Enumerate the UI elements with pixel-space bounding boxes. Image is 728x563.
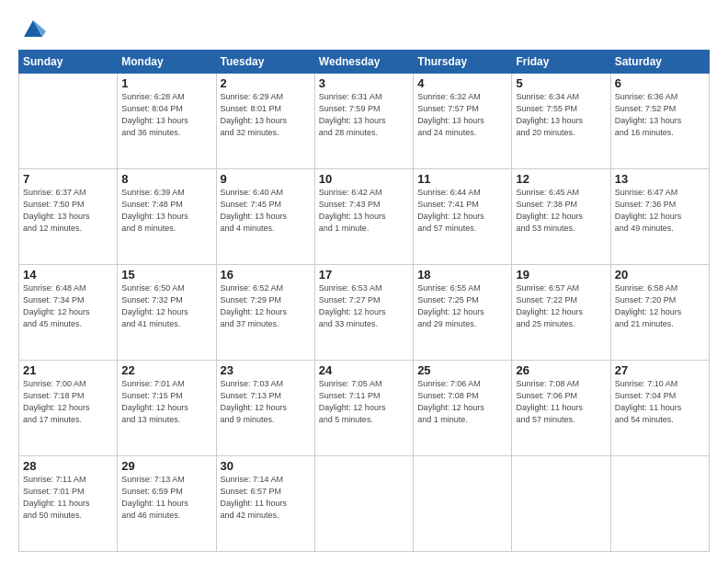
day-number: 20 <box>615 268 705 282</box>
day-number: 5 <box>516 76 606 90</box>
calendar-cell <box>512 456 610 552</box>
header <box>18 15 710 40</box>
day-number: 1 <box>121 76 211 90</box>
calendar-cell: 14Sunrise: 6:48 AM Sunset: 7:34 PM Dayli… <box>19 265 118 361</box>
calendar-cell: 11Sunrise: 6:44 AM Sunset: 7:41 PM Dayli… <box>414 169 512 265</box>
calendar-cell: 29Sunrise: 7:13 AM Sunset: 6:59 PM Dayli… <box>118 456 216 552</box>
day-number: 15 <box>121 268 211 282</box>
calendar-cell: 6Sunrise: 6:36 AM Sunset: 7:52 PM Daylig… <box>610 74 709 169</box>
calendar-table: SundayMondayTuesdayWednesdayThursdayFrid… <box>18 50 710 552</box>
calendar-cell: 23Sunrise: 7:03 AM Sunset: 7:13 PM Dayli… <box>216 361 314 456</box>
calendar-cell: 13Sunrise: 6:47 AM Sunset: 7:36 PM Dayli… <box>610 169 709 265</box>
day-info: Sunrise: 6:28 AM Sunset: 8:04 PM Dayligh… <box>121 91 211 139</box>
calendar-cell: 7Sunrise: 6:37 AM Sunset: 7:50 PM Daylig… <box>19 169 118 265</box>
day-info: Sunrise: 7:06 AM Sunset: 7:08 PM Dayligh… <box>417 378 507 426</box>
day-number: 23 <box>221 363 311 377</box>
day-info: Sunrise: 7:13 AM Sunset: 6:59 PM Dayligh… <box>121 474 211 522</box>
weekday-header-friday: Friday <box>512 51 610 74</box>
day-info: Sunrise: 6:32 AM Sunset: 7:57 PM Dayligh… <box>417 91 507 139</box>
day-info: Sunrise: 6:52 AM Sunset: 7:29 PM Dayligh… <box>221 282 311 330</box>
day-info: Sunrise: 6:40 AM Sunset: 7:45 PM Dayligh… <box>221 187 311 235</box>
calendar-cell: 30Sunrise: 7:14 AM Sunset: 6:57 PM Dayli… <box>216 456 314 552</box>
day-number: 12 <box>516 172 606 186</box>
calendar-header-row: SundayMondayTuesdayWednesdayThursdayFrid… <box>19 51 710 74</box>
weekday-header-wednesday: Wednesday <box>314 51 413 74</box>
calendar-week-1: 1Sunrise: 6:28 AM Sunset: 8:04 PM Daylig… <box>19 74 710 169</box>
calendar-week-5: 28Sunrise: 7:11 AM Sunset: 7:01 PM Dayli… <box>19 456 710 552</box>
day-info: Sunrise: 6:58 AM Sunset: 7:20 PM Dayligh… <box>615 282 705 330</box>
calendar-cell <box>314 456 413 552</box>
day-info: Sunrise: 6:57 AM Sunset: 7:22 PM Dayligh… <box>516 282 606 330</box>
logo <box>18 15 46 40</box>
calendar-cell: 17Sunrise: 6:53 AM Sunset: 7:27 PM Dayli… <box>314 265 413 361</box>
day-number: 26 <box>516 363 606 377</box>
day-number: 19 <box>516 268 606 282</box>
calendar-cell: 2Sunrise: 6:29 AM Sunset: 8:01 PM Daylig… <box>216 74 314 169</box>
calendar-cell: 26Sunrise: 7:08 AM Sunset: 7:06 PM Dayli… <box>512 361 610 456</box>
day-info: Sunrise: 6:44 AM Sunset: 7:41 PM Dayligh… <box>417 187 507 235</box>
day-number: 11 <box>417 172 507 186</box>
day-info: Sunrise: 6:37 AM Sunset: 7:50 PM Dayligh… <box>23 187 113 235</box>
day-number: 8 <box>121 172 211 186</box>
day-info: Sunrise: 6:53 AM Sunset: 7:27 PM Dayligh… <box>319 282 409 330</box>
calendar-cell: 8Sunrise: 6:39 AM Sunset: 7:48 PM Daylig… <box>118 169 216 265</box>
day-info: Sunrise: 7:08 AM Sunset: 7:06 PM Dayligh… <box>516 378 606 426</box>
day-number: 29 <box>121 459 211 473</box>
weekday-header-sunday: Sunday <box>19 51 118 74</box>
day-number: 13 <box>615 172 705 186</box>
day-info: Sunrise: 6:31 AM Sunset: 7:59 PM Dayligh… <box>319 91 409 139</box>
day-info: Sunrise: 6:34 AM Sunset: 7:55 PM Dayligh… <box>516 91 606 139</box>
calendar-cell: 15Sunrise: 6:50 AM Sunset: 7:32 PM Dayli… <box>118 265 216 361</box>
day-info: Sunrise: 7:14 AM Sunset: 6:57 PM Dayligh… <box>221 474 311 522</box>
calendar-cell <box>610 456 709 552</box>
day-number: 14 <box>23 268 113 282</box>
day-number: 24 <box>319 363 409 377</box>
day-number: 10 <box>319 172 409 186</box>
weekday-header-saturday: Saturday <box>610 51 709 74</box>
calendar-cell: 16Sunrise: 6:52 AM Sunset: 7:29 PM Dayli… <box>216 265 314 361</box>
calendar-cell: 22Sunrise: 7:01 AM Sunset: 7:15 PM Dayli… <box>118 361 216 456</box>
day-number: 22 <box>121 363 211 377</box>
weekday-header-monday: Monday <box>118 51 216 74</box>
day-info: Sunrise: 6:42 AM Sunset: 7:43 PM Dayligh… <box>319 187 409 235</box>
day-number: 9 <box>221 172 311 186</box>
day-info: Sunrise: 7:11 AM Sunset: 7:01 PM Dayligh… <box>23 474 113 522</box>
calendar-cell: 1Sunrise: 6:28 AM Sunset: 8:04 PM Daylig… <box>118 74 216 169</box>
calendar-week-3: 14Sunrise: 6:48 AM Sunset: 7:34 PM Dayli… <box>19 265 710 361</box>
calendar-cell: 9Sunrise: 6:40 AM Sunset: 7:45 PM Daylig… <box>216 169 314 265</box>
calendar-cell: 27Sunrise: 7:10 AM Sunset: 7:04 PM Dayli… <box>610 361 709 456</box>
day-number: 21 <box>23 363 113 377</box>
calendar-cell: 28Sunrise: 7:11 AM Sunset: 7:01 PM Dayli… <box>19 456 118 552</box>
day-number: 25 <box>417 363 507 377</box>
day-info: Sunrise: 6:36 AM Sunset: 7:52 PM Dayligh… <box>615 91 705 139</box>
day-number: 30 <box>221 459 311 473</box>
day-number: 2 <box>221 76 311 90</box>
day-info: Sunrise: 7:05 AM Sunset: 7:11 PM Dayligh… <box>319 378 409 426</box>
day-info: Sunrise: 6:39 AM Sunset: 7:48 PM Dayligh… <box>121 187 211 235</box>
day-info: Sunrise: 6:47 AM Sunset: 7:36 PM Dayligh… <box>615 187 705 235</box>
day-info: Sunrise: 6:55 AM Sunset: 7:25 PM Dayligh… <box>417 282 507 330</box>
weekday-header-tuesday: Tuesday <box>216 51 314 74</box>
calendar-cell: 5Sunrise: 6:34 AM Sunset: 7:55 PM Daylig… <box>512 74 610 169</box>
calendar-cell: 20Sunrise: 6:58 AM Sunset: 7:20 PM Dayli… <box>610 265 709 361</box>
logo-icon <box>20 15 46 40</box>
calendar-cell: 4Sunrise: 6:32 AM Sunset: 7:57 PM Daylig… <box>414 74 512 169</box>
page: SundayMondayTuesdayWednesdayThursdayFrid… <box>0 0 728 563</box>
calendar-cell <box>414 456 512 552</box>
calendar-cell: 12Sunrise: 6:45 AM Sunset: 7:38 PM Dayli… <box>512 169 610 265</box>
day-info: Sunrise: 6:45 AM Sunset: 7:38 PM Dayligh… <box>516 187 606 235</box>
weekday-header-thursday: Thursday <box>414 51 512 74</box>
calendar-cell: 18Sunrise: 6:55 AM Sunset: 7:25 PM Dayli… <box>414 265 512 361</box>
day-number: 6 <box>615 76 705 90</box>
calendar-cell <box>19 74 118 169</box>
day-info: Sunrise: 6:48 AM Sunset: 7:34 PM Dayligh… <box>23 282 113 330</box>
day-number: 17 <box>319 268 409 282</box>
calendar-cell: 25Sunrise: 7:06 AM Sunset: 7:08 PM Dayli… <box>414 361 512 456</box>
calendar-cell: 10Sunrise: 6:42 AM Sunset: 7:43 PM Dayli… <box>314 169 413 265</box>
calendar-cell: 19Sunrise: 6:57 AM Sunset: 7:22 PM Dayli… <box>512 265 610 361</box>
day-info: Sunrise: 7:01 AM Sunset: 7:15 PM Dayligh… <box>121 378 211 426</box>
calendar-cell: 3Sunrise: 6:31 AM Sunset: 7:59 PM Daylig… <box>314 74 413 169</box>
day-number: 4 <box>417 76 507 90</box>
day-number: 18 <box>417 268 507 282</box>
day-number: 27 <box>615 363 705 377</box>
